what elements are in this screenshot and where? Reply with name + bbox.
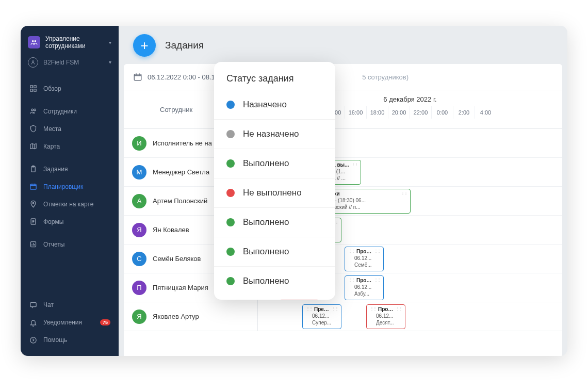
employee-count: 5 сотрудников): [362, 73, 553, 81]
task-title: Пром...: [378, 306, 394, 313]
calendar-icon: [29, 183, 37, 191]
sidebar-item-label: Отчеты: [43, 241, 64, 248]
svg-rect-3: [30, 86, 32, 88]
sidebar-item-calendar[interactable]: Планировщик: [21, 178, 119, 196]
scheduler-row: ППятницкая Мария⋮⋮Встре...⋮⋮06.12...Семё…: [124, 273, 562, 302]
account-switcher[interactable]: B2Field FSM ▾: [27, 52, 112, 73]
task-card[interactable]: ⋮⋮През...⋮⋮06.12...Супер...: [302, 304, 341, 329]
sidebar-item-map[interactable]: Карта: [21, 138, 119, 155]
hour-label: 2:00: [453, 106, 475, 119]
task-card[interactable]: ⋮⋮Пром...⋮⋮06.12...Азбу...: [345, 275, 384, 300]
sidebar-item-help[interactable]: Помощь: [21, 331, 119, 349]
sidebar-bottom: ЧатУведомления75Помощь: [21, 296, 119, 356]
drag-grip-icon[interactable]: ⋮⋮: [332, 306, 338, 312]
avatar: М: [132, 165, 146, 180]
chevron-down-icon: ▾: [109, 59, 111, 65]
task-card[interactable]: ⋮⋮Пром...⋮⋮06.12...Десят...: [366, 304, 405, 329]
sidebar-item-marker[interactable]: Отметки на карте: [21, 196, 119, 213]
drag-grip-icon[interactable]: ⋮⋮: [348, 249, 354, 254]
hour-label: 4:00: [475, 106, 496, 119]
employee-cell[interactable]: ЯЯковлев Артур: [124, 302, 258, 331]
sidebar-item-users[interactable]: Сотрудники: [21, 103, 119, 120]
status-dot-icon: [226, 189, 235, 197]
user-icon: [28, 57, 38, 68]
drag-grip-icon[interactable]: ⋮⋮: [351, 162, 357, 167]
sidebar-item-label: Формы: [43, 218, 63, 225]
sidebar-item-bell[interactable]: Уведомления75: [21, 314, 119, 331]
org-name: Управление сотрудниками: [45, 35, 104, 50]
timeline-cell: ⋮⋮През...⋮⋮06.12...Супер...⋮⋮Пром...⋮⋮06…: [258, 302, 562, 331]
status-option[interactable]: Выполнено: [214, 237, 335, 267]
account-name: B2Field FSM: [43, 59, 79, 66]
org-icon: [28, 36, 40, 48]
svg-rect-15: [30, 302, 36, 306]
svg-rect-17: [134, 74, 141, 80]
status-option[interactable]: Выполнено: [214, 149, 335, 178]
task-title: Пром...: [356, 248, 372, 255]
drag-grip-icon[interactable]: ⋮⋮: [306, 306, 312, 312]
chat-icon: [29, 301, 37, 309]
help-icon: [29, 336, 37, 344]
chevron-down-icon: ▾: [109, 40, 111, 45]
svg-point-12: [32, 203, 34, 204]
scheduler-header: Сотрудник 6 декабря 2022 г. 8:0010:0012:…: [124, 90, 562, 129]
scheduler-row: ЯЯн Ковалев⋮⋮Пром...⋮⋮06.12...Мага...: [124, 216, 562, 245]
scheduler: Сотрудник 6 декабря 2022 г. 8:0010:0012:…: [124, 90, 562, 356]
drag-grip-icon[interactable]: ⋮⋮: [396, 306, 402, 312]
employee-name: Ян Ковалев: [153, 226, 189, 234]
hour-label: 18:00: [366, 106, 388, 119]
add-button[interactable]: +: [133, 34, 156, 57]
task-place: Азбу...: [354, 290, 369, 297]
drag-grip-icon[interactable]: ⋮⋮: [401, 191, 407, 196]
date-range-picker[interactable]: 06.12.2022 0:00 - 08.1: [133, 72, 215, 82]
sidebar-item-label: Задания: [43, 166, 68, 173]
task-title: През...: [314, 306, 330, 313]
status-dot-icon: [226, 277, 235, 285]
status-option[interactable]: Не назначено: [214, 120, 335, 149]
status-label: Назначено: [243, 100, 287, 110]
drag-grip-icon[interactable]: ⋮⋮: [374, 278, 380, 283]
popover-title: Статус задания: [214, 73, 335, 90]
hour-label: 16:00: [345, 106, 366, 119]
sidebar-item-label: Сотрудники: [43, 108, 77, 115]
drag-grip-icon[interactable]: ⋮⋮: [374, 249, 380, 254]
status-label: Не назначено: [243, 129, 299, 139]
drag-grip-icon[interactable]: ⋮⋮: [348, 278, 354, 283]
sidebar-item-form[interactable]: Формы: [21, 213, 119, 231]
sidebar-item-chart[interactable]: Отчеты: [21, 236, 119, 253]
svg-point-8: [34, 109, 36, 111]
avatar: И: [132, 136, 146, 151]
svg-rect-4: [34, 86, 36, 88]
notification-badge: 75: [100, 319, 110, 325]
status-option[interactable]: Выполнено: [214, 267, 335, 296]
avatar: С: [132, 252, 146, 266]
toolbar: 06.12.2022 0:00 - 08.1 5 сотрудников): [124, 64, 562, 90]
status-option[interactable]: Назначено: [214, 90, 335, 120]
scheduler-row: ИИсполнитель не на⋮⋮Проверка вы...⋮⋮06.1…: [124, 129, 562, 158]
employee-name: Семён Беляков: [153, 255, 201, 263]
calendar-icon: [133, 72, 142, 82]
svg-rect-11: [30, 184, 36, 189]
task-place: Семё...: [354, 262, 372, 268]
hour-label: 22:00: [410, 106, 431, 119]
svg-point-0: [32, 40, 34, 42]
users-icon: [29, 107, 37, 116]
scheduler-row: ААртем Полонский⋮⋮Проверка выкладки⋮⋮06.…: [124, 187, 562, 216]
sidebar-nav: ОбзорСотрудникиМестаКартаЗаданияПланиров…: [21, 77, 119, 296]
status-dot-icon: [226, 218, 235, 226]
sidebar-item-shield[interactable]: Места: [21, 120, 119, 138]
sidebar-item-grid[interactable]: Обзор: [21, 80, 119, 97]
sidebar-item-clipboard[interactable]: Задания: [21, 160, 119, 178]
employee-name: Артем Полонский: [153, 197, 207, 205]
svg-rect-6: [34, 89, 36, 91]
status-option[interactable]: Выполнено: [214, 208, 335, 237]
main-header: + Задания: [119, 26, 567, 64]
task-card[interactable]: ⋮⋮Пром...⋮⋮06.12...Семё...: [345, 247, 384, 271]
main-area: + Задания 06.12.2022 0:00 - 08.1 5 сотру…: [119, 26, 567, 356]
scheduler-row: ММенеджер Светла⋮⋮Проверка вы...⋮⋮06.12.…: [124, 158, 562, 187]
org-switcher[interactable]: Управление сотрудниками ▾: [27, 33, 112, 52]
status-option[interactable]: Не выполнено: [214, 178, 335, 208]
drag-grip-icon[interactable]: ⋮⋮: [370, 306, 376, 312]
sidebar-item-label: Места: [43, 125, 61, 133]
sidebar-item-chat[interactable]: Чат: [21, 296, 119, 314]
